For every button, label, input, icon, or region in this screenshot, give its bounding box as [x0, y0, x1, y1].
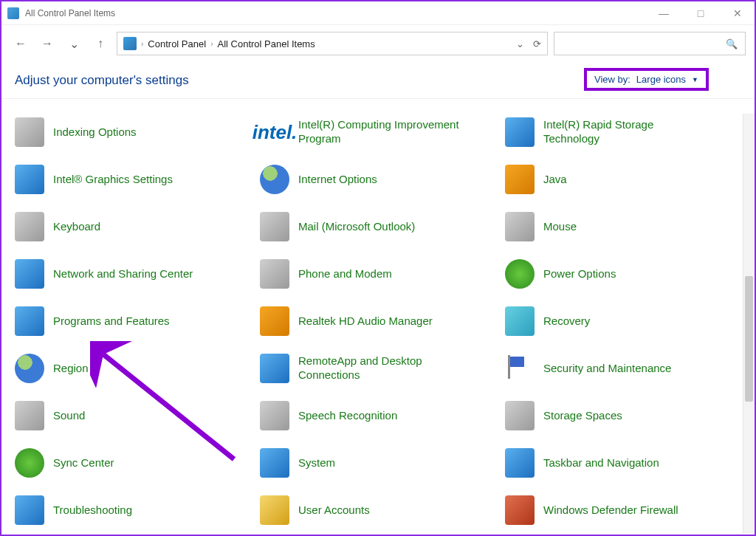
sync-center-icon — [15, 448, 44, 478]
header-strip: Adjust your computer's settings View by:… — [1, 62, 755, 99]
cp-item-label: Programs and Features — [53, 315, 170, 329]
cp-item-label: RemoteApp and Desktop Connections — [298, 354, 461, 382]
cp-item-intel-rapid-storage[interactable]: Intel(R) Rapid Storage Technology — [502, 115, 747, 149]
security-maintenance-icon — [505, 354, 535, 383]
remoteapp-icon — [260, 354, 289, 383]
chevron-down-icon[interactable]: ▼ — [692, 76, 698, 83]
intel-computing-improvement-icon: intel. — [260, 117, 289, 147]
close-button[interactable]: ✕ — [726, 7, 749, 19]
cp-item-indexing-options[interactable]: Indexing Options — [12, 115, 257, 149]
cp-item-label: Sync Center — [53, 456, 114, 470]
cp-item-mouse[interactable]: Mouse — [502, 210, 747, 244]
search-icon: 🔍 — [726, 38, 738, 49]
scrollbar-thumb[interactable] — [745, 276, 753, 402]
java-icon — [505, 165, 535, 194]
cp-item-keyboard[interactable]: Keyboard — [12, 210, 257, 244]
cp-item-label: Region — [53, 362, 89, 376]
cp-item-phone-modem[interactable]: Phone and Modem — [257, 257, 502, 291]
cp-item-label: Intel(R) Computing Improvement Program — [298, 118, 461, 146]
troubleshooting-icon — [15, 495, 44, 525]
cp-item-storage-spaces[interactable]: Storage Spaces — [502, 399, 747, 433]
cp-item-network-sharing-center[interactable]: Network and Sharing Center — [12, 257, 257, 291]
breadcrumb-root[interactable]: Control Panel — [148, 38, 206, 49]
cp-item-internet-options[interactable]: Internet Options — [257, 162, 502, 196]
nav-up-button[interactable]: ↑ — [90, 37, 111, 50]
windows-defender-firewall-icon — [505, 495, 535, 525]
keyboard-icon — [15, 212, 44, 241]
internet-options-icon — [260, 165, 289, 194]
breadcrumb-sep-icon: › — [141, 40, 143, 48]
cp-item-region[interactable]: Region — [12, 351, 257, 385]
cp-item-recovery[interactable]: Recovery — [502, 304, 747, 338]
cp-item-label: Windows Defender Firewall — [543, 504, 678, 518]
recovery-icon — [505, 306, 535, 336]
address-bar[interactable]: › Control Panel › All Control Panel Item… — [117, 32, 548, 55]
cp-item-label: Keyboard — [53, 220, 100, 234]
cp-item-label: Intel® Graphics Settings — [53, 173, 173, 187]
breadcrumb-leaf[interactable]: All Control Panel Items — [217, 38, 315, 49]
search-input[interactable]: 🔍 — [554, 32, 746, 55]
cp-item-label: User Accounts — [298, 504, 370, 518]
cp-item-label: Realtek HD Audio Manager — [298, 315, 433, 329]
cp-item-speech-recognition[interactable]: Speech Recognition — [257, 399, 502, 433]
power-options-icon — [505, 259, 535, 289]
cp-item-label: Troubleshooting — [53, 504, 132, 518]
cp-item-java[interactable]: Java — [502, 162, 747, 196]
cp-item-user-accounts[interactable]: User Accounts — [257, 493, 502, 527]
cp-item-system[interactable]: System — [257, 446, 502, 480]
cp-item-label: Security and Maintenance — [543, 362, 671, 376]
phone-modem-icon — [260, 259, 289, 289]
user-accounts-icon — [260, 495, 289, 525]
adjust-settings-heading: Adjust your computer's settings — [15, 73, 189, 88]
cp-item-programs-features[interactable]: Programs and Features — [12, 304, 257, 338]
cp-item-windows-defender-firewall[interactable]: Windows Defender Firewall — [502, 493, 747, 527]
cp-item-label: Mouse — [543, 220, 577, 234]
window-title: All Control Panel Items — [25, 8, 115, 18]
maximize-button[interactable]: □ — [690, 7, 712, 19]
cp-item-realtek-audio[interactable]: Realtek HD Audio Manager — [257, 304, 502, 338]
cp-item-label: Sound — [53, 409, 85, 423]
cp-item-label: Java — [543, 173, 567, 187]
minimize-button[interactable]: — — [653, 7, 675, 19]
nav-recent-dropdown[interactable]: ⌄ — [63, 37, 84, 51]
sound-icon — [15, 401, 44, 430]
cp-item-troubleshooting[interactable]: Troubleshooting — [12, 493, 257, 527]
viewby-label: View by: — [594, 74, 630, 85]
taskbar-navigation-icon — [505, 448, 535, 478]
address-dropdown-icon[interactable]: ⌄ — [516, 38, 524, 49]
cp-item-label: System — [298, 456, 335, 470]
address-icon — [123, 37, 137, 50]
system-icon — [260, 448, 289, 478]
viewby-highlight: View by: Large icons ▼ — [584, 68, 709, 91]
programs-features-icon — [15, 306, 44, 336]
cp-item-intel-computing-improvement[interactable]: intel.Intel(R) Computing Improvement Pro… — [257, 115, 502, 149]
vertical-scrollbar[interactable] — [743, 114, 755, 533]
region-icon — [15, 354, 44, 383]
cp-item-label: Internet Options — [298, 173, 377, 187]
cp-item-mail[interactable]: Mail (Microsoft Outlook) — [257, 210, 502, 244]
storage-spaces-icon — [505, 401, 535, 430]
refresh-button[interactable]: ⟳ — [533, 38, 541, 49]
cp-item-label: Intel(R) Rapid Storage Technology — [543, 118, 706, 146]
items-grid: Indexing Optionsintel.Intel(R) Computing… — [7, 114, 752, 533]
intel-graphics-settings-icon — [15, 165, 44, 194]
cp-item-label: Indexing Options — [53, 126, 137, 140]
speech-recognition-icon — [260, 401, 289, 430]
cp-item-label: Storage Spaces — [543, 409, 622, 423]
viewby-value[interactable]: Large icons — [636, 74, 686, 85]
content-area: Indexing Optionsintel.Intel(R) Computing… — [7, 114, 752, 533]
nav-back-button[interactable]: ← — [10, 37, 31, 50]
cp-item-taskbar-navigation[interactable]: Taskbar and Navigation — [502, 446, 747, 480]
cp-item-label: Recovery — [543, 315, 590, 329]
cp-item-sound[interactable]: Sound — [12, 399, 257, 433]
control-panel-icon — [7, 7, 19, 19]
cp-item-remoteapp[interactable]: RemoteApp and Desktop Connections — [257, 351, 502, 385]
cp-item-label: Phone and Modem — [298, 267, 392, 281]
cp-item-security-maintenance[interactable]: Security and Maintenance — [502, 351, 747, 385]
cp-item-label: Mail (Microsoft Outlook) — [298, 220, 415, 234]
cp-item-power-options[interactable]: Power Options — [502, 257, 747, 291]
cp-item-label: Power Options — [543, 267, 616, 281]
cp-item-intel-graphics-settings[interactable]: Intel® Graphics Settings — [12, 162, 257, 196]
cp-item-sync-center[interactable]: Sync Center — [12, 446, 257, 480]
nav-forward-button[interactable]: → — [37, 37, 58, 50]
